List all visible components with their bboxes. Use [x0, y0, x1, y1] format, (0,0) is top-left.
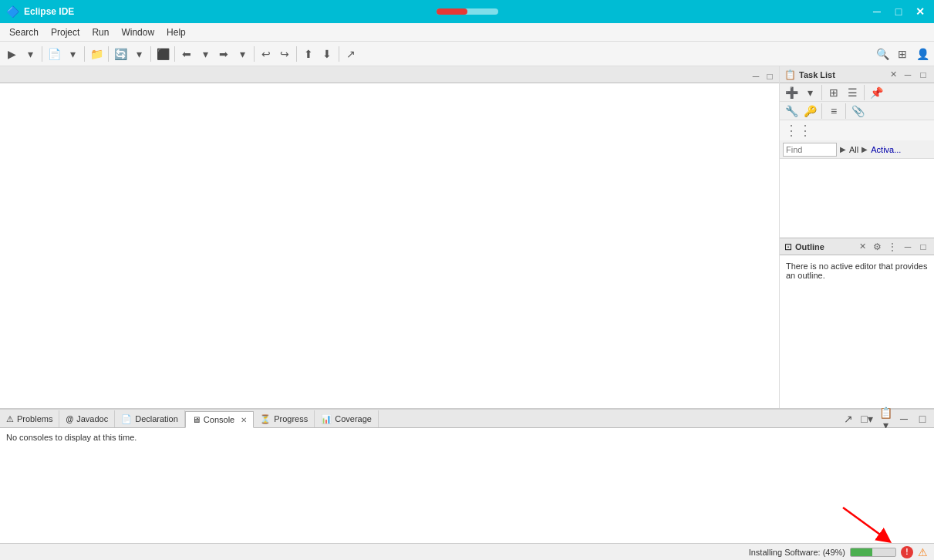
new-dropdown[interactable]: ▾ — [64, 46, 81, 62]
toolbar-sep-5 — [174, 46, 175, 62]
tab-declaration[interactable]: 📄 Declaration — [115, 410, 185, 427]
outline-panel: ⊡ Outline ✕ ⚙ ⋮ ─ □ There is no active e… — [780, 238, 934, 408]
console-icon: 🖥 — [192, 415, 201, 424]
task-collapse-btn[interactable]: 🔑 — [801, 103, 818, 120]
title-bar-progress-fill — [437, 8, 467, 15]
console-content: No consoles to display at this time. — [0, 428, 934, 543]
tab-console[interactable]: 🖥 Console ✕ — [185, 411, 254, 428]
toolbar-btn-12[interactable]: ⬆ — [300, 46, 317, 62]
task-list-minimize[interactable]: ─ — [902, 69, 914, 81]
toolbar-sep-6 — [254, 46, 255, 62]
task-list-toolbar-1: ➕ ▾ ⊞ ☰ 📌 — [780, 83, 934, 102]
console-display-btn[interactable]: □▾ — [858, 410, 875, 427]
task-list-content — [780, 159, 934, 238]
tab-coverage[interactable]: 📊 Coverage — [315, 410, 379, 427]
outline-close[interactable]: ✕ — [859, 241, 866, 251]
outline-minimize[interactable]: ─ — [902, 241, 914, 253]
outline-header: ⊡ Outline ✕ ⚙ ⋮ ─ □ — [780, 238, 934, 255]
title-bar-title: Eclipse IDE — [24, 6, 74, 17]
task-btn-5[interactable]: 📌 — [868, 84, 885, 101]
open-button[interactable]: 📁 — [88, 46, 105, 62]
javadoc-icon: @ — [66, 415, 73, 423]
outline-message: There is no active editor that provides … — [786, 261, 927, 280]
toolbar-btn-13[interactable]: ⬇ — [319, 46, 335, 62]
coverage-icon: 📊 — [321, 414, 332, 424]
menu-bar: Search Project Run Window Help — [0, 23, 934, 42]
task-list-close[interactable]: ✕ — [890, 69, 897, 79]
task-sep-2 — [864, 85, 865, 100]
right-panel: 📋 Task List ✕ ─ □ ➕ ▾ ⊞ ☰ 📌 🔧 🔑 ≡ — [780, 66, 934, 408]
perspectives-button[interactable]: ⊞ — [894, 46, 911, 62]
console-pin-btn[interactable]: 📋▾ — [877, 410, 894, 427]
toolbar-btn-14[interactable]: ↗ — [342, 46, 359, 62]
editor-controls: ─ □ — [750, 70, 779, 83]
task-view-btn[interactable]: ≡ — [825, 103, 842, 120]
toolbar-btn-11[interactable]: ↪ — [276, 46, 293, 62]
tab-javadoc[interactable]: @ Javadoc — [59, 410, 115, 427]
menu-help[interactable]: Help — [160, 25, 192, 39]
console-close-btn[interactable]: ✕ — [241, 416, 247, 424]
new-button[interactable]: 📄 — [46, 46, 62, 62]
outline-maximize[interactable]: □ — [917, 241, 929, 253]
editor-tabs: ─ □ — [0, 66, 779, 83]
title-bar: 🔷 Eclipse IDE ─ □ ✕ — [0, 0, 934, 23]
find-activa-link[interactable]: Activa... — [871, 145, 901, 154]
tab-progress[interactable]: ⏳ Progress — [254, 410, 315, 427]
outline-dots-btn[interactable]: ⋮ — [886, 241, 899, 253]
task-list-maximize[interactable]: □ — [917, 69, 929, 81]
task-sep — [821, 85, 822, 100]
task-btn-4[interactable]: ☰ — [844, 84, 861, 101]
task-list-title: Task List — [799, 70, 835, 79]
bottom-tab-controls: ↗ □▾ 📋▾ ─ □ — [840, 410, 934, 427]
toolbar-sep-8 — [339, 46, 339, 62]
task-dots[interactable]: ⋮⋮ — [780, 120, 934, 140]
toolbar-btn-5[interactable]: ⬛ — [154, 46, 171, 62]
menu-run[interactable]: Run — [86, 25, 115, 39]
task-add-button[interactable]: ➕ — [783, 84, 800, 101]
console-maximize-btn[interactable]: □ — [914, 410, 931, 427]
outline-filter-btn[interactable]: ⚙ — [871, 241, 883, 253]
tab-problems[interactable]: ⚠ Problems — [0, 410, 59, 427]
close-button[interactable]: ✕ — [912, 5, 928, 18]
toolbar-btn-6[interactable]: ⬅ — [178, 46, 195, 62]
search-toolbar-button[interactable]: 🔍 — [874, 46, 891, 62]
menu-window[interactable]: Window — [115, 25, 160, 39]
console-open-console-btn[interactable]: ↗ — [840, 410, 857, 427]
task-find-input[interactable] — [783, 143, 837, 157]
status-warning-icon: ⚠ — [918, 546, 928, 558]
task-pin-btn[interactable]: 📎 — [849, 103, 866, 120]
task-filter-btn[interactable]: 🔧 — [783, 103, 800, 120]
toolbar-sep-4 — [150, 46, 151, 62]
toolbar-sep-1 — [42, 46, 42, 62]
find-all-label: All — [849, 145, 858, 154]
console-minimize-btn[interactable]: ─ — [895, 410, 912, 427]
task-list-header: 📋 Task List ✕ ─ □ — [780, 66, 934, 83]
maximize-button[interactable]: □ — [891, 5, 906, 18]
bottom-tabs-bar: ⚠ Problems @ Javadoc 📄 Declaration 🖥 Con… — [0, 410, 934, 428]
toolbar-btn-7[interactable]: ▾ — [197, 46, 214, 62]
toolbar-dropdown-run[interactable]: ▾ — [22, 46, 39, 62]
editor-minimize-btn[interactable]: ─ — [750, 70, 762, 83]
menu-project[interactable]: Project — [45, 25, 86, 39]
status-progress-fill — [851, 548, 872, 556]
editor-maximize-btn[interactable]: □ — [764, 70, 776, 83]
toolbar-btn-8[interactable]: ➡ — [215, 46, 232, 62]
declaration-icon: 📄 — [121, 414, 132, 424]
problems-label: Problems — [17, 414, 52, 423]
run-button[interactable]: ▶ — [3, 46, 20, 62]
task-btn-3[interactable]: ⊞ — [825, 84, 842, 101]
menu-search[interactable]: Search — [3, 25, 45, 39]
task-btn-2[interactable]: ▾ — [801, 84, 818, 101]
minimize-button[interactable]: ─ — [869, 5, 885, 18]
toolbar-btn-9[interactable]: ▾ — [234, 46, 251, 62]
problems-icon: ⚠ — [6, 414, 14, 424]
open-perspective-button[interactable]: 👤 — [914, 46, 931, 62]
refresh-dropdown[interactable]: ▾ — [130, 46, 147, 62]
editor-panel: ─ □ — [0, 66, 780, 408]
javadoc-label: Javadoc — [76, 414, 108, 423]
refresh-button[interactable]: 🔄 — [112, 46, 129, 62]
toolbar-btn-10[interactable]: ↩ — [258, 46, 275, 62]
editor-content — [0, 83, 779, 408]
toolbar-sep-3 — [108, 46, 109, 62]
task-sep-3 — [821, 103, 822, 119]
